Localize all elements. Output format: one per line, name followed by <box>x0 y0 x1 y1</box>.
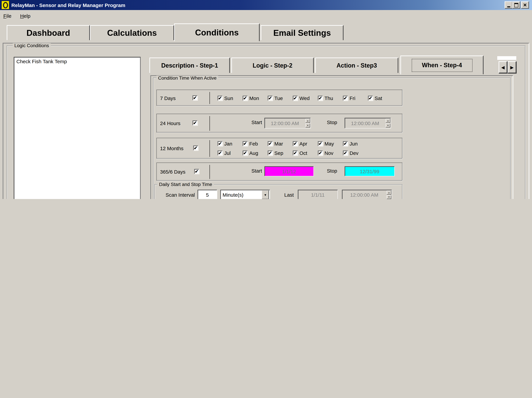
spin-down-icon[interactable]: ▼ <box>387 195 391 199</box>
daily-group-label: Daily Start and Stop Time <box>157 182 214 187</box>
menu-bar: File Help <box>0 10 532 21</box>
feb-checkbox[interactable]: ✔ <box>243 141 248 146</box>
sep-label: Sep <box>274 150 283 156</box>
tab-when-step4[interactable]: When - Step-4 <box>400 56 484 74</box>
checkmark-icon: ✔ <box>243 142 247 145</box>
checkmark-icon: ✔ <box>193 96 197 99</box>
list-item[interactable]: Check Fish Tank Temp <box>14 58 140 65</box>
aug-checkbox[interactable]: ✔ <box>243 150 248 156</box>
jun-checkbox[interactable]: ✔ <box>343 141 348 146</box>
sat-checkbox[interactable]: ✔ <box>368 96 373 101</box>
spin-up-icon[interactable]: ▲ <box>305 119 310 123</box>
days-365-row: 365/6 Days ✔ Start 1/1/12 Stop 12/31/99 <box>156 163 402 181</box>
jul-label: Jul <box>224 150 231 156</box>
seven-days-row: 7 Days ✔ ✔Sun ✔Mon ✔Tue ✔Wed ✔Thu ✔Fri ✔… <box>156 90 402 106</box>
checkmark-icon: ✔ <box>293 151 297 155</box>
mar-label: Mar <box>274 141 283 146</box>
months-12-checkbox[interactable]: ✔ <box>193 145 198 150</box>
fri-checkbox[interactable]: ✔ <box>343 96 348 101</box>
interval-unit-dropdown[interactable]: Minute(s) ▼ <box>220 190 270 199</box>
sun-label: Sun <box>224 95 233 101</box>
title-bar: RelayMan - Sensor and Relay Manager Prog… <box>0 0 532 10</box>
spin-up-icon[interactable]: ▲ <box>387 191 391 195</box>
conditions-listbox[interactable]: Check Fish Tank Temp <box>14 57 141 199</box>
logic-conditions-group-label: Logic Conditions <box>13 43 51 48</box>
row-divider <box>209 92 210 104</box>
seven-days-label: 7 Days <box>160 95 176 101</box>
tue-checkbox[interactable]: ✔ <box>268 96 273 101</box>
wed-checkbox[interactable]: ✔ <box>293 96 298 101</box>
maximize-button[interactable] <box>512 1 520 9</box>
stop-time-label: Stop <box>312 119 337 125</box>
nov-checkbox[interactable]: ✔ <box>318 150 323 156</box>
sun-checkbox[interactable]: ✔ <box>218 96 222 101</box>
tab-scroll-left-button[interactable]: ◀ <box>499 61 507 73</box>
checkmark-icon: ✔ <box>194 146 197 150</box>
spin-down-icon[interactable]: ▼ <box>386 124 390 127</box>
dropdown-arrow-icon[interactable]: ▼ <box>262 190 269 199</box>
start-time-label: Start <box>237 119 262 125</box>
hours-24-checkbox[interactable]: ✔ <box>192 120 197 125</box>
days-365-checkbox[interactable]: ✔ <box>194 169 199 174</box>
tab-action-step3[interactable]: Action - Step3 <box>315 58 398 73</box>
tab-scroll-right-button[interactable]: ▶ <box>508 61 516 73</box>
jan-checkbox[interactable]: ✔ <box>218 141 222 146</box>
months-12-label: 12 Months <box>160 145 184 151</box>
tab-email-settings[interactable]: Email Settings <box>261 25 343 40</box>
daily-start-stop-group: Daily Start and Stop Time Scan Interval … <box>154 184 402 199</box>
stop-date-label: Stop <box>312 168 337 174</box>
tab-conditions[interactable]: Conditions <box>174 23 260 41</box>
start-time-spinner[interactable]: 12:00:00 AM ▲▼ <box>264 118 311 128</box>
hours-24-label: 24 Hours <box>160 120 180 126</box>
maximize-icon <box>514 3 518 7</box>
arrow-right-icon: ▶ <box>510 65 514 70</box>
thu-checkbox[interactable]: ✔ <box>318 96 323 101</box>
tab-logic-step2[interactable]: Logic - Step-2 <box>231 58 314 73</box>
menu-file[interactable]: File <box>3 13 11 19</box>
checkmark-icon: ✔ <box>318 151 322 155</box>
stop-date-field[interactable]: 12/31/99 <box>345 166 395 176</box>
last-time-spinner: 12:00:00 AM ▲▼ <box>342 190 392 199</box>
row-divider <box>209 140 210 157</box>
mon-checkbox[interactable]: ✔ <box>243 96 248 101</box>
scan-interval-input[interactable]: 5 <box>197 190 217 199</box>
last-date-field: 1/1/11 <box>298 190 338 199</box>
tab-description-step1[interactable]: Description - Step-1 <box>149 58 230 73</box>
dec-checkbox[interactable]: ✔ <box>343 150 348 156</box>
minimize-button[interactable] <box>505 1 513 9</box>
checkmark-icon: ✔ <box>218 96 222 100</box>
checkmark-icon: ✔ <box>243 96 247 100</box>
start-date-label: Start <box>237 168 262 174</box>
tab-calculations[interactable]: Calculations <box>90 25 174 40</box>
jul-checkbox[interactable]: ✔ <box>218 150 222 156</box>
spin-up-icon[interactable]: ▲ <box>386 119 390 123</box>
oct-checkbox[interactable]: ✔ <box>293 150 298 156</box>
checkmark-icon: ✔ <box>318 142 322 145</box>
seven-days-checkbox[interactable]: ✔ <box>192 95 197 100</box>
start-date-field[interactable]: 1/1/12 <box>264 166 314 176</box>
mar-checkbox[interactable]: ✔ <box>268 141 273 146</box>
menu-help[interactable]: Help <box>20 13 30 19</box>
jun-label: Jun <box>349 141 358 146</box>
tab-dashboard[interactable]: Dashboard <box>7 25 90 40</box>
close-button[interactable]: ✕ <box>521 1 529 9</box>
last-label: Last <box>272 192 294 198</box>
tue-label: Tue <box>274 95 283 101</box>
apr-label: Apr <box>299 141 307 146</box>
jan-label: Jan <box>224 141 232 146</box>
spin-down-icon[interactable]: ▼ <box>305 124 310 127</box>
days-365-label: 365/6 Days <box>160 169 185 175</box>
checkmark-icon: ✔ <box>268 142 272 145</box>
sep-checkbox[interactable]: ✔ <box>268 150 273 156</box>
stop-time-spinner[interactable]: 12:00:00 AM ▲▼ <box>345 118 391 128</box>
checkmark-icon: ✔ <box>343 151 347 155</box>
dec-label: Dev <box>349 150 358 156</box>
mon-label: Mon <box>249 95 259 101</box>
may-checkbox[interactable]: ✔ <box>318 141 323 146</box>
hours-24-row: 24 Hours ✔ Start 12:00:00 AM ▲▼ Stop 12:… <box>156 114 402 132</box>
wed-label: Wed <box>299 95 310 101</box>
checkmark-icon: ✔ <box>218 142 222 145</box>
apr-checkbox[interactable]: ✔ <box>293 141 298 146</box>
checkmark-icon: ✔ <box>293 142 297 145</box>
checkmark-icon: ✔ <box>369 96 372 100</box>
